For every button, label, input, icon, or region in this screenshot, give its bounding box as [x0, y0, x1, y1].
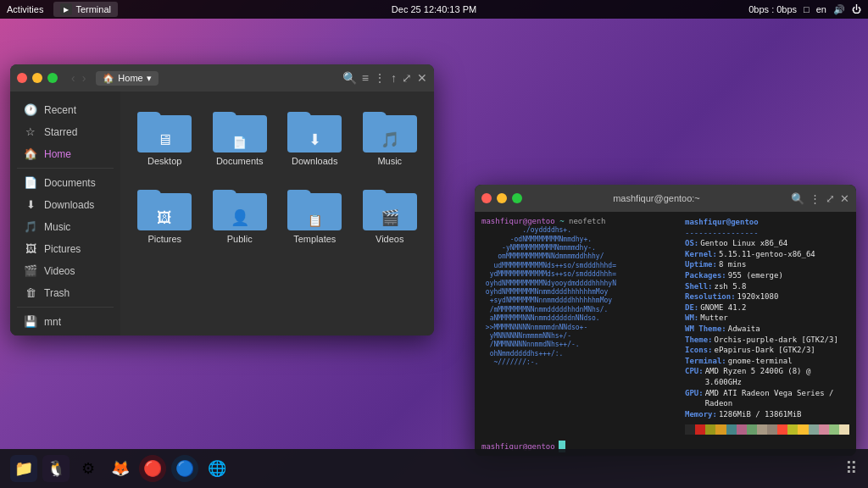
- theme-val: Orchis-purple-dark [GTK2/3]: [715, 335, 838, 346]
- music-icon: 🎵: [24, 220, 37, 233]
- sidebar-item-mnt[interactable]: 💾 mnt: [14, 311, 117, 332]
- sidebar-item-starred[interactable]: ☆ Starred: [14, 121, 117, 142]
- topbar-datetime: Dec 25 12:40:13 PM: [392, 4, 476, 14]
- mnt-icon: 💾: [24, 315, 37, 328]
- location-dropdown-icon: ▾: [147, 73, 152, 84]
- window-close-icon[interactable]: ✕: [417, 71, 427, 85]
- sidebar-item-home[interactable]: 🏠 Home: [14, 143, 117, 164]
- gpu-key: GPU:: [685, 388, 704, 409]
- color-11: [798, 424, 808, 435]
- sidebar-divider: [17, 168, 114, 169]
- sidebar: 🕐 Recent ☆ Starred 🏠 Home 📄 Documents: [10, 92, 120, 336]
- color-0: [685, 424, 695, 435]
- starred-icon: ☆: [24, 125, 37, 138]
- file-manager-window: ‹ › 🏠 Home ▾ 🔍 ≡ ⋮ ↑ ⤢ ✕ 🕐: [10, 64, 434, 336]
- folder-downloads[interactable]: ⬇ Downloads: [281, 102, 349, 173]
- color-9: [777, 424, 787, 435]
- sidebar-divider-2: [17, 307, 114, 308]
- folder-pictures-icon: 🖼: [137, 186, 192, 230]
- back-button[interactable]: ‹: [70, 69, 77, 86]
- titlebar-actions: 🔍 ≡ ⋮ ↑ ⤢ ✕: [342, 71, 427, 85]
- location-bar[interactable]: 🏠 Home ▾: [96, 71, 158, 86]
- file-manager-titlebar: ‹ › 🏠 Home ▾ 🔍 ≡ ⋮ ↑ ⤢ ✕: [10, 64, 434, 92]
- terminal-tab[interactable]: ▶ Terminal: [53, 2, 118, 17]
- downloads-icon: ⬇: [24, 198, 37, 211]
- packages-val: 955 (emerge): [728, 270, 783, 281]
- taskbar-app5-icon[interactable]: 🔴: [139, 455, 166, 482]
- terminal-menu-icon[interactable]: ⋮: [810, 192, 821, 205]
- folder-music[interactable]: 🎵 Music: [356, 102, 425, 173]
- nav-buttons: ‹ ›: [70, 69, 87, 86]
- close-button[interactable]: [17, 73, 27, 83]
- cpu-key: CPU:: [685, 366, 704, 387]
- taskbar-tools-icon[interactable]: ⚙: [75, 455, 102, 482]
- search-icon[interactable]: 🔍: [342, 71, 357, 85]
- taskbar-files-icon[interactable]: 📁: [10, 455, 37, 482]
- app-grid-icon[interactable]: ⠿: [845, 458, 858, 479]
- sidebar-item-label: Recent: [44, 104, 76, 116]
- terminal-close-button[interactable]: [481, 193, 492, 203]
- wm-val: Mutter: [700, 313, 728, 324]
- terminal-expand-icon[interactable]: ⤢: [826, 192, 835, 205]
- location-label: Home: [118, 73, 142, 83]
- taskbar-apps: 📁 🐧 ⚙ 🦊 🔴 🔵 🌐: [10, 455, 231, 482]
- taskbar-firefox-icon[interactable]: 🦊: [107, 455, 134, 482]
- sidebar-item-recent[interactable]: 🕐 Recent: [14, 99, 117, 120]
- expand-icon[interactable]: ⤢: [402, 71, 412, 85]
- sidebar-item-label: Music: [44, 221, 70, 233]
- minimize-button[interactable]: [32, 73, 42, 83]
- terminal-window-close-icon[interactable]: ✕: [840, 192, 849, 205]
- sidebar-item-documents[interactable]: 📄 Documents: [14, 172, 117, 193]
- sidebar-item-trash[interactable]: 🗑 Trash: [14, 282, 117, 303]
- maximize-button[interactable]: [47, 73, 58, 83]
- lang-indicator: en: [816, 4, 826, 14]
- terminal-search-icon[interactable]: 🔍: [791, 192, 804, 205]
- uptime-val: 8 mins: [719, 259, 747, 270]
- sidebar-item-label: Videos: [44, 265, 75, 277]
- kernel-val: 5.15.11-gentoo-x86_64: [719, 249, 815, 260]
- theme-key: Theme:: [685, 335, 713, 346]
- folder-videos[interactable]: 🎬 Videos: [356, 180, 425, 251]
- cpu-val: AMD Ryzen 5 2400G (8) @ 3.600GHz: [705, 366, 849, 387]
- sidebar-item-music[interactable]: 🎵 Music: [14, 216, 117, 237]
- sidebar-item-downloads[interactable]: ⬇ Downloads: [14, 194, 117, 215]
- color-14: [829, 424, 839, 435]
- color-4: [726, 424, 737, 435]
- folder-documents[interactable]: 📄 Documents: [206, 102, 275, 173]
- folder-desktop[interactable]: 🖥 Desktop: [131, 102, 199, 173]
- sidebar-item-other-locations[interactable]: + Other Locations: [14, 333, 117, 336]
- wm-key: WM:: [685, 313, 698, 324]
- sidebar-item-label: mnt: [44, 316, 61, 328]
- taskbar-gentoo-icon[interactable]: 🐧: [42, 455, 70, 482]
- os-key: OS:: [685, 238, 698, 249]
- terminal-maximize-button[interactable]: [512, 193, 522, 203]
- topbar-left: Activities ▶ Terminal: [7, 2, 118, 17]
- terminal-ascii-area: mashfiqur@gentoo ~ neofetch ./oyddddhs+.…: [475, 212, 678, 439]
- activities-button[interactable]: Activities: [7, 4, 43, 14]
- resolution-val: 1920x1080: [737, 291, 779, 302]
- sidebar-item-videos[interactable]: 🎬 Videos: [14, 260, 117, 281]
- recent-icon: 🕐: [24, 103, 37, 116]
- sidebar-item-label: Starred: [44, 126, 77, 138]
- folder-public[interactable]: 👤 Public: [206, 180, 275, 251]
- power-icon: ⏻: [852, 4, 861, 14]
- folder-templates[interactable]: 📋 Templates: [281, 180, 349, 251]
- sort-icon[interactable]: ↑: [391, 71, 397, 85]
- home-sidebar-icon: 🏠: [24, 147, 37, 160]
- folder-public-icon: 👤: [213, 186, 267, 230]
- forward-button[interactable]: ›: [81, 69, 88, 86]
- sidebar-item-pictures[interactable]: 🖼 Pictures: [14, 238, 117, 259]
- more-options-icon[interactable]: ⋮: [374, 71, 386, 85]
- screen-icon: □: [804, 4, 810, 14]
- uptime-key: Uptime:: [685, 259, 717, 270]
- color-palette: [685, 424, 849, 435]
- folder-pictures[interactable]: 🖼 Pictures: [131, 180, 199, 251]
- terminal-minimize-button[interactable]: [497, 193, 507, 203]
- taskbar-chrome-icon[interactable]: 🌐: [203, 455, 231, 482]
- taskbar-app6-icon[interactable]: 🔵: [171, 455, 198, 482]
- icons-key: Icons:: [685, 345, 713, 356]
- view-options-icon[interactable]: ≡: [362, 71, 369, 85]
- sidebar-item-label: Documents: [44, 177, 96, 189]
- resolution-key: Resolution:: [685, 291, 736, 302]
- music-folder-glyph: 🎵: [381, 130, 399, 149]
